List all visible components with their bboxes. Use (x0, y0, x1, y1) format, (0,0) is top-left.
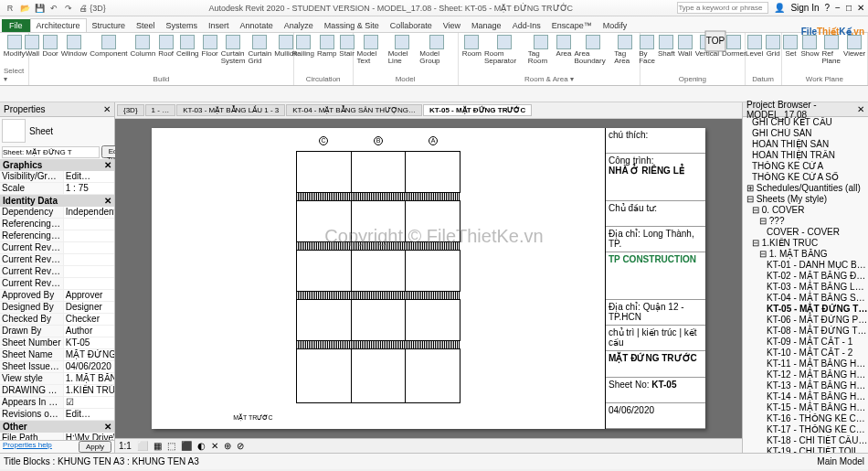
instance-selector[interactable] (2, 146, 100, 158)
ribbon-tab-add-ins[interactable]: Add-Ins (507, 19, 546, 32)
tree-node[interactable]: KT-19 - CHI TIẾT TOILET TRỆ (743, 446, 868, 453)
prop-row[interactable]: Current Revisio… (0, 242, 114, 254)
prop-row[interactable]: Scale1 : 75 (0, 183, 114, 195)
open-icon[interactable]: 📂 (18, 2, 31, 15)
close-icon[interactable]: ✕ (857, 3, 864, 13)
viewctrl-button[interactable]: ⬛ (181, 441, 192, 451)
set-button[interactable]: Set (783, 35, 798, 58)
prop-section[interactable]: Graphics✕ (0, 159, 114, 171)
prop-row[interactable]: Referencing Sh… (0, 219, 114, 230)
prop-row[interactable]: Checked ByChecker (0, 314, 114, 326)
component-button[interactable]: Component (90, 35, 127, 58)
view-tab[interactable]: KT-04 - MẶT BẰNG SÂN THƯỢNG… (286, 104, 422, 116)
ribbon-tab-systems[interactable]: Systems (161, 19, 204, 32)
area-boundary-button[interactable]: Area Boundary (574, 35, 611, 65)
tree-node[interactable]: KT-11 - MẶT BẰNG HOÀN T… (743, 359, 868, 369)
tree-node[interactable]: KT-13 - MẶT BẰNG HOÀN T… (743, 380, 868, 391)
prop-row[interactable]: Revisions on Sh…Edit… (0, 409, 114, 421)
modify-button[interactable]: Modify (4, 35, 26, 58)
view-tab[interactable]: KT-03 - MẶT BẰNG LẦU 1 - 3 (176, 104, 285, 116)
revit-icon[interactable]: R (4, 2, 16, 15)
user-icon[interactable]: 👤 (774, 3, 785, 13)
by-face-button[interactable]: By Face (639, 35, 655, 65)
tree-node[interactable]: KT-09 - MẶT CẮT - 1 (743, 337, 868, 348)
viewctrl-button[interactable]: ⊘ (237, 441, 244, 451)
tag-room-button[interactable]: Tag Room (528, 35, 554, 65)
viewctrl-button[interactable]: ✕ (211, 441, 218, 451)
ribbon-tab-insert[interactable]: Insert (203, 19, 235, 32)
ceiling-button[interactable]: Ceiling (176, 35, 198, 58)
close-panel-icon[interactable]: ✕ (103, 104, 111, 114)
ribbon-tab-massing-site[interactable]: Massing & Site (319, 19, 385, 32)
prop-row[interactable]: Current Revisio… (0, 254, 114, 266)
tree-node[interactable]: KT-14 - MẶT BẰNG HOÀN T… (743, 391, 868, 402)
tree-node[interactable]: HOÀN THIỆN SÀN (743, 139, 868, 150)
tree-node[interactable]: ⊟ ??? (743, 216, 868, 227)
tree-node[interactable]: ⊟ 1.KIẾN TRÚC (743, 238, 868, 249)
wall-button[interactable]: Wall (678, 35, 693, 58)
stair-button[interactable]: Stair (339, 35, 354, 58)
level-button[interactable]: Level (746, 35, 763, 58)
tree-node[interactable]: KT-08 - MẶT ĐỨNG TRÁI (743, 326, 868, 337)
viewctrl-button[interactable]: ⬜ (137, 441, 148, 451)
close-panel-icon[interactable]: ✕ (857, 104, 864, 114)
tree-node[interactable]: KT-06 - MẶT ĐỨNG PHẢI (743, 315, 868, 326)
grid-button[interactable]: Grid (766, 35, 780, 58)
ribbon-tab-view[interactable]: View (438, 19, 466, 32)
room-separator-button[interactable]: Room Separator (484, 35, 525, 65)
file-tab[interactable]: File (2, 19, 30, 32)
tree-node[interactable]: KT-03 - MẶT BẰNG LẦU 1 -… (743, 282, 868, 293)
help-icon[interactable]: ? (825, 3, 831, 13)
roof-button[interactable]: Roof (158, 35, 174, 58)
tag-area-button[interactable]: Tag Area (614, 35, 636, 65)
column-button[interactable]: Column (131, 35, 156, 58)
prop-row[interactable]: Sheet NameMẶT ĐỨNG TRƯ… (0, 349, 114, 361)
prop-row[interactable]: DRAWING TYPE1.KIẾN TRÚC (0, 385, 114, 397)
prop-row[interactable]: Referencing Det… (0, 230, 114, 242)
ribbon-tab-steel[interactable]: Steel (131, 19, 161, 32)
tree-node[interactable]: GHI CHÚ KẾT CẤU (743, 117, 868, 128)
ribbon-tab-collaborate[interactable]: Collaborate (385, 19, 438, 32)
floor-button[interactable]: Floor (202, 35, 218, 58)
tree-node[interactable]: KT-12 - MẶT BẰNG HOÀN T… (743, 369, 868, 380)
model-text-button[interactable]: Model Text (357, 35, 386, 65)
tree-node[interactable]: ⊞ Schedules/Quantities (all) (743, 183, 868, 194)
prop-row[interactable]: Appears In Shee…☑ (0, 397, 114, 409)
ramp-button[interactable]: Ramp (317, 35, 336, 58)
properties-help-link[interactable]: Properties help (3, 441, 52, 453)
prop-section[interactable]: Other✕ (0, 421, 114, 433)
viewctrl-button[interactable]: 1:1 (119, 441, 132, 451)
room-button[interactable]: Room (462, 35, 482, 58)
viewctrl-button[interactable]: ▦ (153, 441, 162, 451)
tree-node[interactable]: HOÀN THIỆN TRẦN (743, 150, 868, 161)
tree-node[interactable]: KT-05 - MẶT ĐỨNG TRƯỚC (743, 304, 868, 315)
prop-row[interactable]: Visibility/Graphi…Edit… (0, 171, 114, 183)
tree-node[interactable]: THỐNG KÊ CỬA (743, 161, 868, 172)
apply-button[interactable]: Apply (79, 441, 111, 453)
viewport[interactable]: CBA MẶT TRƯỚC chú thích: (115, 119, 742, 438)
ribbon-tab-enscape-[interactable]: Enscape™ (546, 19, 598, 32)
search-input[interactable] (677, 2, 768, 14)
view-tab[interactable]: 1 - … (145, 104, 176, 116)
prop-row[interactable]: Approved ByApprover (0, 290, 114, 302)
prop-row[interactable]: Drawn ByAuthor (0, 326, 114, 337)
prop-row[interactable]: Current Revision (0, 278, 114, 290)
minimize-icon[interactable]: − (835, 3, 841, 13)
print-icon[interactable]: 🖨 (77, 2, 90, 15)
tree-node[interactable]: ⊟ 1. MẶT BẰNG (743, 249, 868, 260)
curtain-system-button[interactable]: Curtain System (221, 35, 246, 65)
tree-node[interactable]: THỐNG KÊ CỬA SỔ (743, 172, 868, 183)
ribbon-tab-analyze[interactable]: Analyze (279, 19, 319, 32)
maximize-icon[interactable]: □ (846, 3, 852, 13)
shaft-button[interactable]: Shaft (658, 35, 675, 58)
railing-button[interactable]: Railing (292, 35, 314, 58)
window-button[interactable]: Window (61, 35, 87, 58)
prop-row[interactable]: Designed ByDesigner (0, 302, 114, 314)
signin-button[interactable]: Sign In (790, 3, 819, 13)
curtain-grid-button[interactable]: Curtain Grid (248, 35, 271, 65)
tree-node[interactable]: KT-01 - DANH MỤC BẢN VẼ (743, 260, 868, 271)
tree-node[interactable]: KT-17 - THỐNG KÊ CỬA SỔ (743, 424, 868, 435)
prop-row[interactable]: Sheet Issue Date04/06/2020 (0, 361, 114, 373)
view-tab[interactable]: KT-05 - MẶT ĐỨNG TRƯỚC (423, 104, 532, 116)
tree-node[interactable]: KT-16 - THỐNG KÊ CỬA ĐI (743, 413, 868, 424)
